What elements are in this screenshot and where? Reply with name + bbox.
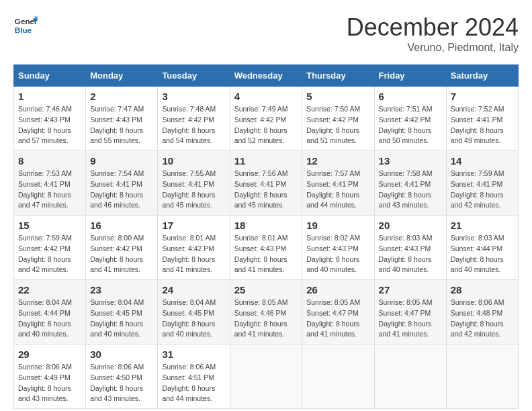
day-number: 2 bbox=[90, 91, 153, 102]
calendar-cell: 26Sunrise: 8:05 AMSunset: 4:47 PMDayligh… bbox=[302, 280, 374, 345]
logo-icon: General Blue bbox=[13, 13, 38, 38]
day-number: 8 bbox=[18, 155, 81, 167]
day-detail: Sunrise: 8:01 AMSunset: 4:42 PMDaylight:… bbox=[162, 233, 225, 275]
day-number: 29 bbox=[18, 349, 81, 360]
calendar-cell: 7Sunrise: 7:52 AMSunset: 4:41 PMDaylight… bbox=[446, 87, 518, 151]
calendar-cell: 20Sunrise: 8:03 AMSunset: 4:43 PMDayligh… bbox=[374, 216, 446, 280]
calendar-cell: 27Sunrise: 8:05 AMSunset: 4:47 PMDayligh… bbox=[374, 280, 446, 345]
day-number: 7 bbox=[451, 91, 514, 102]
day-number: 1 bbox=[18, 91, 81, 102]
day-detail: Sunrise: 7:59 AMSunset: 4:41 PMDaylight:… bbox=[451, 169, 514, 211]
day-detail: Sunrise: 8:04 AMSunset: 4:45 PMDaylight:… bbox=[90, 298, 153, 340]
calendar-cell: 8Sunrise: 7:53 AMSunset: 4:41 PMDaylight… bbox=[14, 151, 86, 216]
calendar-cell: 1Sunrise: 7:46 AMSunset: 4:43 PMDaylight… bbox=[14, 87, 86, 151]
day-detail: Sunrise: 8:02 AMSunset: 4:43 PMDaylight:… bbox=[306, 233, 369, 275]
day-detail: Sunrise: 7:47 AMSunset: 4:43 PMDaylight:… bbox=[90, 104, 153, 146]
calendar-cell: 29Sunrise: 8:06 AMSunset: 4:49 PMDayligh… bbox=[14, 345, 86, 409]
day-detail: Sunrise: 7:59 AMSunset: 4:42 PMDaylight:… bbox=[18, 233, 81, 275]
day-detail: Sunrise: 7:51 AMSunset: 4:42 PMDaylight:… bbox=[379, 104, 442, 146]
day-detail: Sunrise: 8:00 AMSunset: 4:42 PMDaylight:… bbox=[90, 233, 153, 275]
weekday-header-row: SundayMondayTuesdayWednesdayThursdayFrid… bbox=[14, 65, 519, 87]
day-detail: Sunrise: 8:03 AMSunset: 4:43 PMDaylight:… bbox=[379, 233, 442, 275]
calendar-cell: 17Sunrise: 8:01 AMSunset: 4:42 PMDayligh… bbox=[158, 216, 230, 280]
svg-text:General: General bbox=[15, 17, 38, 26]
calendar-cell: 9Sunrise: 7:54 AMSunset: 4:41 PMDaylight… bbox=[86, 151, 158, 216]
calendar-cell: 5Sunrise: 7:50 AMSunset: 4:42 PMDaylight… bbox=[302, 87, 374, 151]
day-number: 30 bbox=[90, 349, 153, 360]
calendar-table: SundayMondayTuesdayWednesdayThursdayFrid… bbox=[13, 64, 519, 409]
day-detail: Sunrise: 8:06 AMSunset: 4:49 PMDaylight:… bbox=[18, 362, 81, 404]
calendar-cell: 28Sunrise: 8:06 AMSunset: 4:48 PMDayligh… bbox=[446, 280, 518, 345]
calendar-cell: 16Sunrise: 8:00 AMSunset: 4:42 PMDayligh… bbox=[86, 216, 158, 280]
calendar-cell: 4Sunrise: 7:49 AMSunset: 4:42 PMDaylight… bbox=[230, 87, 302, 151]
day-number: 14 bbox=[451, 155, 514, 167]
day-number: 26 bbox=[306, 284, 369, 295]
day-number: 24 bbox=[162, 284, 225, 295]
day-detail: Sunrise: 8:06 AMSunset: 4:51 PMDaylight:… bbox=[162, 362, 225, 404]
day-detail: Sunrise: 8:05 AMSunset: 4:47 PMDaylight:… bbox=[379, 298, 442, 340]
calendar-cell: 3Sunrise: 7:48 AMSunset: 4:42 PMDaylight… bbox=[158, 87, 230, 151]
calendar-cell: 2Sunrise: 7:47 AMSunset: 4:43 PMDaylight… bbox=[86, 87, 158, 151]
day-detail: Sunrise: 7:54 AMSunset: 4:41 PMDaylight:… bbox=[90, 169, 153, 211]
day-detail: Sunrise: 8:04 AMSunset: 4:45 PMDaylight:… bbox=[162, 298, 225, 340]
calendar-cell: 23Sunrise: 8:04 AMSunset: 4:45 PMDayligh… bbox=[86, 280, 158, 345]
weekday-header-friday: Friday bbox=[374, 65, 446, 87]
day-number: 11 bbox=[234, 155, 298, 167]
day-detail: Sunrise: 7:57 AMSunset: 4:41 PMDaylight:… bbox=[306, 169, 369, 211]
week-row-1: 1Sunrise: 7:46 AMSunset: 4:43 PMDaylight… bbox=[14, 87, 519, 151]
week-row-3: 15Sunrise: 7:59 AMSunset: 4:42 PMDayligh… bbox=[14, 216, 519, 280]
title-block: December 2024 Veruno, Piedmont, Italy bbox=[347, 13, 519, 54]
calendar-cell: 21Sunrise: 8:03 AMSunset: 4:44 PMDayligh… bbox=[446, 216, 518, 280]
day-detail: Sunrise: 8:05 AMSunset: 4:47 PMDaylight:… bbox=[306, 298, 369, 340]
weekday-header-tuesday: Tuesday bbox=[158, 65, 230, 87]
calendar-cell: 22Sunrise: 8:04 AMSunset: 4:44 PMDayligh… bbox=[14, 280, 86, 345]
calendar-cell: 25Sunrise: 8:05 AMSunset: 4:46 PMDayligh… bbox=[230, 280, 302, 345]
calendar-cell: 13Sunrise: 7:58 AMSunset: 4:41 PMDayligh… bbox=[374, 151, 446, 216]
calendar-cell: 15Sunrise: 7:59 AMSunset: 4:42 PMDayligh… bbox=[14, 216, 86, 280]
weekday-header-wednesday: Wednesday bbox=[230, 65, 302, 87]
day-detail: Sunrise: 8:03 AMSunset: 4:44 PMDaylight:… bbox=[451, 233, 514, 275]
weekday-header-sunday: Sunday bbox=[14, 65, 86, 87]
day-detail: Sunrise: 7:48 AMSunset: 4:42 PMDaylight:… bbox=[162, 104, 225, 146]
day-number: 5 bbox=[306, 91, 369, 102]
weekday-header-saturday: Saturday bbox=[446, 65, 518, 87]
day-number: 20 bbox=[379, 220, 442, 231]
weekday-header-monday: Monday bbox=[86, 65, 158, 87]
day-detail: Sunrise: 7:50 AMSunset: 4:42 PMDaylight:… bbox=[306, 104, 369, 146]
logo: General Blue bbox=[13, 13, 38, 38]
calendar-cell: 30Sunrise: 8:06 AMSunset: 4:50 PMDayligh… bbox=[86, 345, 158, 409]
day-detail: Sunrise: 8:06 AMSunset: 4:48 PMDaylight:… bbox=[451, 298, 514, 340]
day-detail: Sunrise: 8:04 AMSunset: 4:44 PMDaylight:… bbox=[18, 298, 81, 340]
calendar-cell: 11Sunrise: 7:56 AMSunset: 4:41 PMDayligh… bbox=[230, 151, 302, 216]
day-detail: Sunrise: 7:55 AMSunset: 4:41 PMDaylight:… bbox=[162, 169, 225, 211]
location: Veruno, Piedmont, Italy bbox=[347, 42, 519, 54]
calendar-cell bbox=[374, 345, 446, 409]
calendar-cell: 6Sunrise: 7:51 AMSunset: 4:42 PMDaylight… bbox=[374, 87, 446, 151]
week-row-5: 29Sunrise: 8:06 AMSunset: 4:49 PMDayligh… bbox=[14, 345, 519, 409]
day-number: 6 bbox=[379, 91, 442, 102]
day-number: 9 bbox=[90, 155, 153, 167]
calendar-cell: 19Sunrise: 8:02 AMSunset: 4:43 PMDayligh… bbox=[302, 216, 374, 280]
day-detail: Sunrise: 7:58 AMSunset: 4:41 PMDaylight:… bbox=[379, 169, 442, 211]
day-number: 31 bbox=[162, 349, 225, 360]
day-number: 17 bbox=[162, 220, 225, 231]
day-detail: Sunrise: 8:01 AMSunset: 4:43 PMDaylight:… bbox=[234, 233, 298, 275]
day-number: 21 bbox=[451, 220, 514, 231]
day-number: 23 bbox=[90, 284, 153, 295]
week-row-4: 22Sunrise: 8:04 AMSunset: 4:44 PMDayligh… bbox=[14, 280, 519, 345]
day-detail: Sunrise: 7:46 AMSunset: 4:43 PMDaylight:… bbox=[18, 104, 81, 146]
day-number: 3 bbox=[162, 91, 225, 102]
day-number: 25 bbox=[234, 284, 298, 295]
weekday-header-thursday: Thursday bbox=[302, 65, 374, 87]
day-number: 27 bbox=[379, 284, 442, 295]
day-detail: Sunrise: 7:56 AMSunset: 4:41 PMDaylight:… bbox=[234, 169, 298, 211]
page-header: General Blue December 2024 Veruno, Piedm… bbox=[13, 13, 519, 54]
calendar-cell: 12Sunrise: 7:57 AMSunset: 4:41 PMDayligh… bbox=[302, 151, 374, 216]
day-number: 10 bbox=[162, 155, 225, 167]
day-detail: Sunrise: 8:06 AMSunset: 4:50 PMDaylight:… bbox=[90, 362, 153, 404]
day-detail: Sunrise: 7:49 AMSunset: 4:42 PMDaylight:… bbox=[234, 104, 298, 146]
day-number: 16 bbox=[90, 220, 153, 231]
day-number: 19 bbox=[306, 220, 369, 231]
calendar-cell: 18Sunrise: 8:01 AMSunset: 4:43 PMDayligh… bbox=[230, 216, 302, 280]
day-detail: Sunrise: 7:53 AMSunset: 4:41 PMDaylight:… bbox=[18, 169, 81, 211]
